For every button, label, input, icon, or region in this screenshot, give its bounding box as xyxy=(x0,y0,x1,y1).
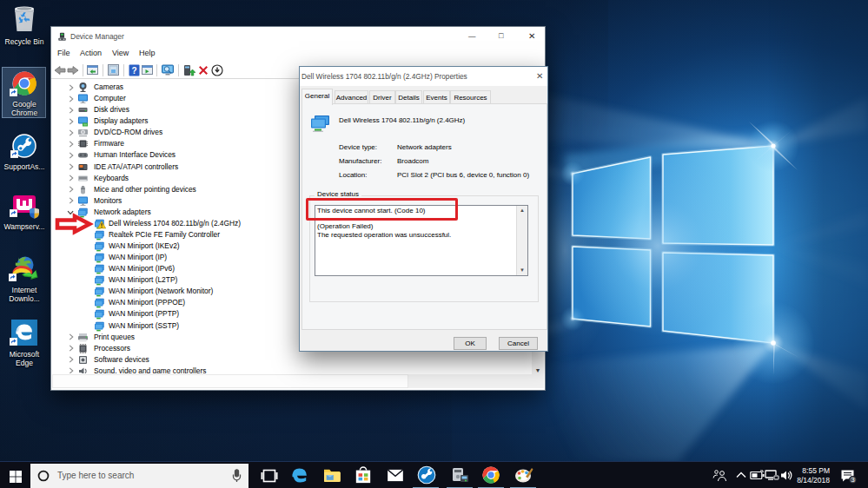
svg-text:3: 3 xyxy=(851,476,854,484)
svg-text:?: ? xyxy=(131,66,136,76)
